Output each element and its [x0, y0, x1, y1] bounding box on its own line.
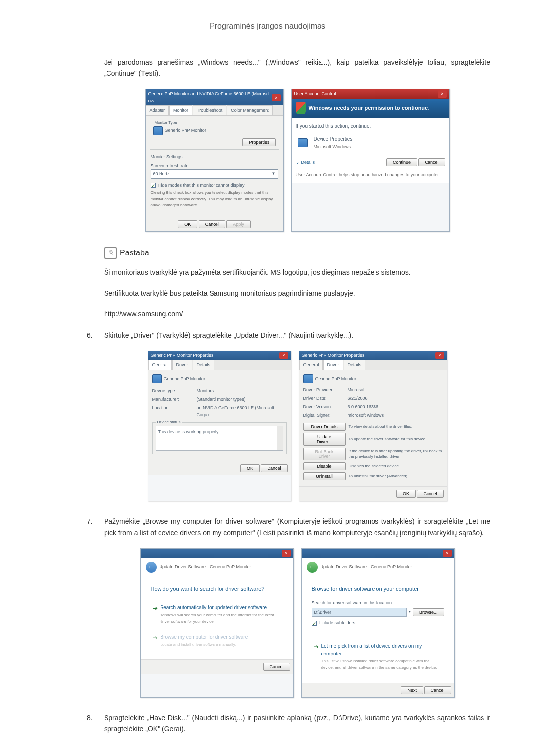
close-icon[interactable]: × — [282, 550, 290, 556]
back-button[interactable]: ← — [307, 562, 318, 573]
device-type-value: Monitors — [197, 387, 214, 394]
tab-general[interactable]: General — [148, 360, 172, 369]
close-icon[interactable]: × — [438, 90, 446, 97]
option-subtitle: Locate and install driver software manua… — [160, 642, 248, 648]
arrow-icon: ➔ — [314, 642, 319, 652]
manufacturer-label: Manufacturer: — [152, 396, 197, 403]
update-driver-button[interactable]: Update Driver... — [303, 433, 346, 446]
dialog-titlebar: Generic PnP Monitor Properties × — [299, 351, 447, 360]
tab-details[interactable]: Details — [193, 360, 214, 369]
update-driver-wizard-2: × ← Update Driver Software - Generic PnP… — [301, 548, 455, 698]
chevron-down-icon: ▼ — [272, 171, 276, 177]
tab-driver[interactable]: Driver — [172, 360, 192, 369]
next-button[interactable]: Next — [401, 686, 423, 694]
uninstall-button[interactable]: Uninstall — [303, 472, 346, 480]
scrollbar[interactable] — [277, 426, 283, 450]
monitor-settings-label: Monitor Settings — [151, 153, 278, 160]
close-icon[interactable]: × — [435, 352, 444, 359]
refresh-rate-value: 60 Hertz — [153, 170, 170, 177]
shield-icon — [296, 102, 306, 114]
back-button[interactable]: ← — [146, 562, 157, 573]
driver-details-button[interactable]: Driver Details — [303, 423, 346, 431]
browse-computer-option[interactable]: ➔ Browse my computer for driver software… — [151, 629, 283, 652]
uac-ms-windows: Microsoft Windows — [314, 143, 353, 150]
browse-button[interactable]: Browse... — [413, 608, 444, 616]
option-title: Browse my computer for driver software — [160, 633, 248, 641]
note-text-2: Sertifikuota tvarkyklė bus pateikta Sams… — [104, 288, 490, 299]
monitor-type-group: Monitor Type Generic PnP Monitor Propert… — [150, 123, 279, 150]
driver-version-value: 6.0.6000.16386 — [348, 403, 379, 410]
tab-monitor[interactable]: Monitor — [169, 105, 192, 115]
include-subfolders-checkbox[interactable] — [312, 621, 317, 626]
search-automatically-option[interactable]: ➔ Search automatically for updated drive… — [151, 600, 283, 629]
tab-troubleshoot[interactable]: Troubleshoot — [193, 105, 226, 115]
hide-modes-checkbox[interactable] — [151, 183, 156, 188]
signer-value: microsoft windows — [348, 412, 384, 419]
note-url: http://www.samsung.com/ — [104, 308, 490, 319]
dialog-title: Generic PnP Monitor Properties — [151, 352, 214, 359]
hide-modes-description: Clearing this check box allows you to se… — [151, 190, 278, 208]
close-icon[interactable]: × — [443, 550, 451, 556]
tab-driver[interactable]: Driver — [323, 360, 343, 369]
step-8: 8. Spragtelėkite „Have Disk..." (Naudoti… — [87, 712, 490, 735]
dialog-title: Generic PnP Monitor and NVIDIA GeForce 6… — [148, 90, 272, 104]
rollback-driver-button[interactable]: Roll Back Driver — [303, 448, 346, 460]
path-input[interactable]: D:\Driver — [312, 608, 407, 617]
apply-button[interactable]: Apply — [226, 220, 251, 228]
chevron-down-icon: ⌄ — [296, 159, 300, 166]
location-value: on NVIDIA GeForce 6600 LE (Microsoft Cor… — [197, 404, 287, 419]
uac-banner: Windows needs your permission to contion… — [292, 99, 449, 118]
refresh-rate-dropdown[interactable]: 60 Hertz ▼ — [151, 169, 278, 178]
monitor-name: Generic PnP Monitor — [164, 375, 205, 382]
disable-button[interactable]: Disable — [303, 462, 346, 470]
ok-button[interactable]: OK — [178, 220, 197, 228]
tab-color-management[interactable]: Color Management — [227, 105, 273, 115]
option-subtitle: Windows will search your computer and th… — [160, 612, 281, 625]
status-text-box: This device is working properly. — [156, 426, 283, 451]
search-location-label: Search for driver software in this locat… — [312, 599, 444, 606]
step-number: 6. — [87, 330, 104, 341]
step-number: 8. — [87, 712, 104, 735]
close-icon[interactable]: × — [272, 94, 280, 101]
screenshot-row-1: Generic PnP Monitor and NVIDIA GeForce 6… — [104, 89, 490, 231]
driver-version-label: Driver Version: — [303, 403, 348, 410]
location-label: Location: — [152, 404, 197, 419]
dialog-title: Generic PnP Monitor Properties — [302, 352, 365, 359]
screenshot-row-2: Generic PnP Monitor Properties × General… — [104, 351, 490, 501]
tabs-bar: Adapter Monitor Troubleshoot Color Manag… — [146, 105, 283, 115]
provider-value: Microsoft — [348, 386, 366, 393]
provider-label: Driver Provider: — [303, 386, 348, 393]
cancel-button[interactable]: Cancel — [418, 158, 445, 166]
monitor-icon — [152, 374, 162, 383]
wizard-titlebar: × — [302, 549, 454, 557]
cancel-button[interactable]: Cancel — [261, 464, 287, 472]
close-icon[interactable]: × — [279, 352, 288, 359]
ok-button[interactable]: OK — [396, 490, 416, 498]
wizard-heading: Browse for driver software on your compu… — [312, 585, 444, 594]
arrow-icon: ➔ — [153, 604, 158, 613]
details-expander[interactable]: ⌄ Details — [296, 159, 315, 166]
note-icon: ✎ — [104, 247, 117, 259]
wizard-breadcrumb: Update Driver Software - Generic PnP Mon… — [160, 563, 251, 570]
cancel-button[interactable]: Cancel — [424, 686, 451, 694]
pick-from-list-option[interactable]: ➔ Let me pick from a list of device driv… — [312, 638, 444, 675]
step-6: 6. Skirtuke „Driver" (Tvarkyklė) spragte… — [87, 330, 490, 341]
chevron-down-icon[interactable]: ▾ — [409, 609, 411, 615]
tab-adapter[interactable]: Adapter — [146, 105, 169, 115]
dialog-titlebar: Generic PnP Monitor Properties × — [148, 351, 291, 360]
cancel-button[interactable]: Cancel — [199, 220, 225, 228]
screenshot-row-3: × ← Update Driver Software - Generic PnP… — [104, 548, 490, 698]
step-7: 7. Pažymėkite „Browse my computer for dr… — [87, 516, 490, 538]
properties-button[interactable]: Properties — [242, 138, 275, 146]
note-title: Pastaba — [120, 247, 149, 259]
tab-general[interactable]: General — [299, 360, 323, 369]
wizard-titlebar: × — [141, 549, 293, 557]
cancel-button[interactable]: Cancel — [417, 490, 443, 498]
continue-button[interactable]: Continue — [386, 158, 417, 166]
option-subtitle: This list will show installed driver sof… — [321, 658, 442, 671]
cancel-button[interactable]: Cancel — [263, 663, 290, 671]
tab-details[interactable]: Details — [344, 360, 366, 369]
ok-button[interactable]: OK — [240, 464, 260, 472]
step-number: 7. — [87, 516, 104, 538]
group-label: Device status — [156, 419, 182, 426]
